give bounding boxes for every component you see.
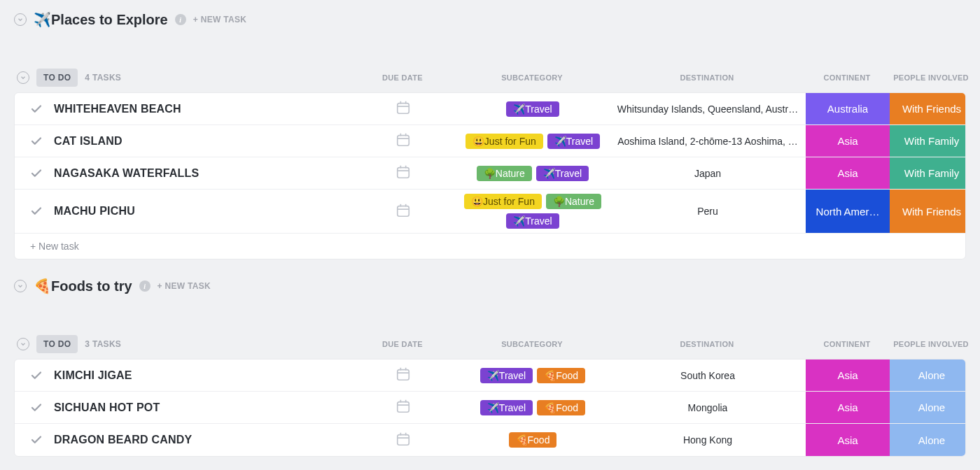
tag-fun[interactable]: 😃Just for Fun — [465, 134, 543, 149]
tag-food[interactable]: 🍕Food — [537, 368, 585, 383]
subcategory-cell[interactable]: ✈️Travel — [456, 93, 610, 124]
continent-cell[interactable]: Asia — [806, 359, 890, 391]
task-name-cell[interactable]: KIMCHI JIGAE — [15, 359, 351, 391]
col-destination[interactable]: DESTINATION — [609, 334, 805, 354]
collapse-section-icon[interactable] — [14, 280, 27, 292]
people-cell[interactable]: Alone — [890, 359, 966, 391]
col-destination[interactable]: DESTINATION — [609, 68, 805, 87]
destination-cell[interactable]: Japan — [610, 157, 806, 189]
subcategory-cell[interactable]: 😃Just for Fun🌳Nature✈️Travel — [456, 190, 610, 233]
task-name[interactable]: KIMCHI JIGAE — [54, 369, 132, 382]
tag-travel[interactable]: ✈️Travel — [547, 134, 600, 149]
people-cell[interactable]: Alone — [890, 424, 966, 456]
table-row[interactable]: DRAGON BEARD CANDY 🍕Food Hong Kong Asia … — [15, 424, 965, 456]
section-title[interactable]: 🍕Foods to try — [34, 278, 132, 294]
calendar-icon[interactable] — [396, 399, 411, 416]
col-continent[interactable]: CONTINENT — [805, 334, 889, 354]
tag-food[interactable]: 🍕Food — [509, 432, 557, 448]
continent-cell[interactable]: Asia — [806, 424, 890, 456]
info-icon[interactable]: i — [139, 280, 150, 292]
due-date-cell[interactable] — [351, 424, 456, 456]
tag-fun[interactable]: 😃Just for Fun — [464, 194, 542, 209]
subcategory-cell[interactable]: ✈️Travel🍕Food — [456, 392, 610, 423]
subcategory-cell[interactable]: 🌳Nature✈️Travel — [456, 157, 610, 189]
task-name-cell[interactable]: WHITEHEAVEN BEACH — [15, 93, 351, 124]
info-icon[interactable]: i — [175, 14, 186, 25]
continent-cell[interactable]: Asia — [806, 125, 890, 157]
tag-travel[interactable]: ✈️Travel — [506, 213, 559, 229]
task-name[interactable]: DRAGON BEARD CANDY — [54, 434, 192, 446]
check-icon[interactable] — [30, 401, 43, 414]
task-name[interactable]: CAT ISLAND — [54, 135, 122, 148]
table-row[interactable]: KIMCHI JIGAE ✈️Travel🍕Food South Korea A… — [15, 359, 965, 392]
people-cell[interactable]: With Friends — [890, 190, 966, 233]
task-name[interactable]: SICHUAN HOT POT — [54, 401, 160, 414]
calendar-icon[interactable] — [396, 132, 411, 150]
destination-cell[interactable]: Aoshima Island, 2-chōme-13 Aoshima, … — [610, 125, 806, 157]
due-date-cell[interactable] — [351, 125, 456, 157]
tag-food[interactable]: 🍕Food — [537, 400, 585, 415]
tag-travel[interactable]: ✈️Travel — [480, 400, 533, 415]
task-name-cell[interactable]: CAT ISLAND — [15, 125, 351, 157]
task-name-cell[interactable]: DRAGON BEARD CANDY — [15, 424, 351, 456]
section-title[interactable]: ✈️Places to Explore — [34, 11, 168, 28]
subcategory-cell[interactable]: 🍕Food — [456, 424, 610, 456]
table-row[interactable]: WHITEHEAVEN BEACH ✈️Travel Whitsunday Is… — [15, 93, 965, 125]
task-name[interactable]: NAGASAKA WATERFALLS — [54, 167, 199, 180]
subcategory-cell[interactable]: ✈️Travel🍕Food — [456, 359, 610, 391]
destination-cell[interactable]: Whitsunday Islands, Queensland, Austr… — [610, 93, 806, 124]
col-people[interactable]: PEOPLE INVOLVED — [889, 68, 973, 87]
subcategory-cell[interactable]: 😃Just for Fun✈️Travel — [456, 125, 610, 157]
continent-cell[interactable]: North Amer… — [806, 190, 890, 233]
destination-cell[interactable]: Peru — [610, 190, 806, 233]
table-row[interactable]: CAT ISLAND 😃Just for Fun✈️Travel Aoshima… — [15, 125, 965, 157]
destination-cell[interactable]: Hong Kong — [610, 424, 806, 456]
continent-cell[interactable]: Asia — [806, 157, 890, 189]
task-name-cell[interactable]: MACHU PICHU — [15, 190, 351, 233]
table-row[interactable]: SICHUAN HOT POT ✈️Travel🍕Food Mongolia A… — [15, 392, 965, 424]
calendar-icon[interactable] — [396, 203, 411, 220]
tag-nature[interactable]: 🌳Nature — [546, 194, 601, 209]
calendar-icon[interactable] — [396, 366, 411, 384]
task-name-cell[interactable]: SICHUAN HOT POT — [15, 392, 351, 423]
status-pill[interactable]: TO DO — [36, 335, 78, 353]
calendar-icon[interactable] — [396, 432, 411, 449]
col-subcategory[interactable]: SUBCATEGORY — [455, 68, 609, 87]
collapse-section-icon[interactable] — [14, 13, 27, 26]
table-row[interactable]: MACHU PICHU 😃Just for Fun🌳Nature✈️Travel… — [15, 190, 965, 234]
collapse-group-icon[interactable] — [17, 71, 29, 84]
due-date-cell[interactable] — [351, 157, 456, 189]
collapse-group-icon[interactable] — [17, 338, 29, 350]
calendar-icon[interactable] — [396, 100, 411, 118]
people-cell[interactable]: With Family — [890, 125, 966, 157]
check-icon[interactable] — [30, 369, 43, 382]
people-cell[interactable]: With Friends — [890, 93, 966, 124]
col-due-date[interactable]: DUE DATE — [350, 68, 455, 87]
people-cell[interactable]: Alone — [890, 392, 966, 423]
task-name-cell[interactable]: NAGASAKA WATERFALLS — [15, 157, 351, 189]
col-subcategory[interactable]: SUBCATEGORY — [455, 334, 609, 354]
due-date-cell[interactable] — [351, 93, 456, 124]
tag-travel[interactable]: ✈️Travel — [506, 101, 559, 117]
due-date-cell[interactable] — [351, 392, 456, 423]
calendar-icon[interactable] — [396, 164, 411, 182]
tag-travel[interactable]: ✈️Travel — [480, 368, 533, 383]
continent-cell[interactable]: Australia — [806, 93, 890, 124]
check-icon[interactable] — [30, 434, 43, 446]
due-date-cell[interactable] — [351, 359, 456, 391]
people-cell[interactable]: With Family — [890, 157, 966, 189]
task-name[interactable]: MACHU PICHU — [54, 205, 135, 218]
col-people[interactable]: PEOPLE INVOLVED — [889, 334, 973, 354]
check-icon[interactable] — [30, 103, 43, 115]
check-icon[interactable] — [30, 205, 43, 218]
col-continent[interactable]: CONTINENT — [805, 68, 889, 87]
table-row[interactable]: NAGASAKA WATERFALLS 🌳Nature✈️Travel Japa… — [15, 157, 965, 190]
task-name[interactable]: WHITEHEAVEN BEACH — [54, 103, 181, 115]
check-icon[interactable] — [30, 135, 43, 148]
status-pill[interactable]: TO DO — [36, 69, 78, 87]
tag-travel[interactable]: ✈️Travel — [536, 166, 589, 181]
destination-cell[interactable]: Mongolia — [610, 392, 806, 423]
check-icon[interactable] — [30, 167, 43, 180]
due-date-cell[interactable] — [351, 190, 456, 233]
new-task-button[interactable]: + NEW TASK — [193, 15, 246, 24]
